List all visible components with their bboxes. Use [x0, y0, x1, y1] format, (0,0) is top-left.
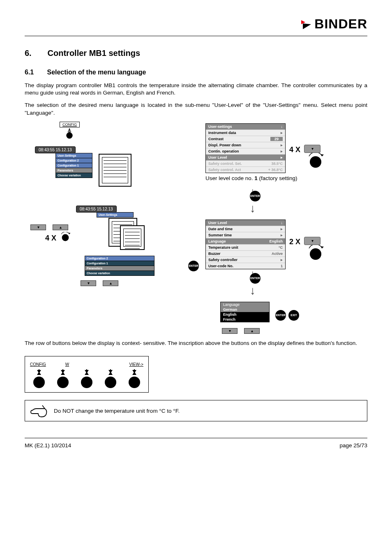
down-icon: ↓	[281, 125, 283, 129]
svg-marker-15	[61, 372, 65, 375]
pointing-hand-icon	[30, 403, 48, 419]
ci-dial-3	[78, 369, 95, 389]
svg-marker-6	[321, 154, 324, 156]
section-number: 6.	[25, 49, 45, 58]
menu1-title: User-settings↓	[206, 124, 285, 130]
paragraph-1: The display program controller MB1 contr…	[25, 82, 367, 97]
svg-point-7	[310, 248, 321, 260]
stack2-user-settings: User-Settings	[97, 212, 134, 217]
up-arrow-btn-3: ▴	[244, 328, 260, 334]
menu3-english: English	[221, 312, 269, 317]
menu3-title: Language	[221, 302, 269, 307]
ci-dial-1	[31, 369, 47, 389]
brand-logo: BINDER	[300, 16, 367, 32]
stack1-choose-var: Choose variation	[55, 173, 92, 178]
header-logo-row: BINDER	[25, 16, 367, 32]
ci-view-label: VIEW->	[129, 362, 143, 367]
enter-round-btn-3: ENTER	[275, 310, 286, 321]
footer-rule	[25, 438, 367, 438]
2x-label: 2 X	[289, 238, 300, 246]
header-rule	[25, 36, 367, 36]
svg-point-3	[62, 234, 69, 241]
ci-config-label: CONFIG	[30, 362, 46, 367]
menu1-row-instrument: Instrument data▸	[206, 130, 285, 136]
svg-point-24	[105, 377, 116, 388]
down-arrow-icon-1b: ↓	[250, 202, 256, 215]
paragraph-3: The row of buttons below the display is …	[25, 340, 367, 347]
menu2-row-safety-ctrl: Safety controller▸	[206, 257, 285, 263]
ci-w-label: W	[65, 362, 69, 367]
footer-left: MK (E2.1) 10/2014	[25, 442, 71, 449]
config-button-label: CONFIG	[60, 122, 80, 127]
4x-label-left: 4 X	[45, 234, 56, 243]
callout-text: Do NOT change the temperature unit from …	[54, 408, 180, 414]
menu2-row-buzzer: BuzzerActive	[206, 250, 285, 257]
screen-graphic-3	[120, 225, 145, 250]
svg-point-28	[129, 377, 140, 388]
section-heading: 6. Controller MB1 settings	[25, 49, 367, 58]
paragraph-2: The selection of the desired menu langua…	[25, 102, 367, 116]
section-title: Controller MB1 settings	[48, 49, 141, 58]
menu3-german: German	[221, 307, 269, 312]
down-arrow-btn-3: ▾	[222, 328, 238, 334]
lcd-time-2: 08:43:55 15.12.13	[76, 206, 117, 213]
menu2-row-temp-unit: Temperature unit°C	[206, 244, 285, 250]
menu1-row-safety-act: Safety control. Act+ 36.8°C	[206, 166, 285, 173]
menu1-row-contrast: Contrast29	[206, 136, 285, 142]
dial-icon-right-1	[307, 153, 325, 171]
menu2-row-language: LanguageEnglish	[206, 238, 285, 244]
svg-marker-4	[68, 233, 71, 234]
exit-round-btn: EXIT	[288, 310, 299, 321]
pill-btn-2: ▾	[304, 237, 321, 245]
enter-round-btn-2: ENTER	[250, 273, 261, 284]
up-arrow-btn: ▴	[53, 224, 68, 230]
menu2-row-usercode: User-code No.1	[206, 263, 285, 269]
ci-dial-4	[102, 369, 119, 389]
svg-marker-19	[85, 372, 89, 375]
svg-marker-23	[108, 372, 113, 375]
menu1-row-userlevel: User Level▸	[206, 154, 285, 160]
menu-stack-3: Configuration 2 Configuration 1 Paramete…	[85, 256, 154, 275]
factory-setting-text: User level code no. 1 (factory setting)	[205, 175, 297, 181]
menu3-french: French	[221, 317, 269, 322]
arrow-buttons-1: ▾ ▴	[30, 224, 68, 230]
svg-point-12	[33, 377, 45, 388]
dial-icon-rotate	[60, 232, 71, 243]
menu2-row-date: Date and time▸	[206, 226, 285, 232]
diagram-area: CONFIG 08:43:55 15.12.13 User-Settings C…	[25, 122, 367, 340]
menu2-title: User Level↓	[206, 220, 285, 226]
menu2-row-summer: Summer time▸	[206, 232, 285, 238]
dial-icon	[64, 127, 75, 139]
down-icon: ↓	[281, 221, 283, 225]
arrow-buttons-3: ▾ ▴	[222, 328, 260, 334]
svg-point-5	[310, 156, 321, 168]
ci-dial-2	[55, 369, 71, 389]
binder-arrow-icon	[300, 18, 312, 30]
4x-label-right: 4 X	[289, 146, 300, 154]
svg-marker-11	[37, 372, 41, 375]
subsection-heading: 6.1 Selection of the menu language	[25, 69, 367, 76]
menu1-row-contin: Contin. operation▸	[206, 148, 285, 154]
down-arrow-icon-2b: ↓	[250, 284, 256, 297]
screen-graphic-1	[99, 154, 131, 187]
footer: MK (E2.1) 10/2014 page 25/73	[25, 442, 367, 449]
svg-marker-27	[132, 372, 136, 375]
context-button-illustration: CONFIG W . . VIEW->	[25, 356, 149, 393]
menu1-row-displ: Displ. Power down▸	[206, 142, 285, 148]
menu-user-settings: User-settings↓ Instrument data▸ Contrast…	[205, 123, 286, 173]
menu1-row-safety-set: Safety control. Set.38.5°C	[206, 160, 285, 166]
dial-icon-right-2	[307, 245, 325, 263]
svg-marker-1	[303, 23, 311, 29]
up-arrow-btn-2: ▴	[103, 280, 118, 286]
brand-text: BINDER	[314, 16, 367, 32]
down-arrow-btn-2: ▾	[81, 280, 96, 286]
enter-round-btn-1: ENTER	[250, 191, 261, 201]
warning-callout: Do NOT change the temperature unit from …	[25, 400, 367, 421]
lcd-time-1: 08:43:55 15.12.13	[35, 146, 76, 153]
down-arrow-btn: ▾	[30, 224, 46, 230]
svg-point-20	[81, 377, 92, 388]
menu-user-level: User Level↓ Date and time▸ Summer time▸ …	[205, 220, 286, 269]
arrow-buttons-2: ▾ ▴	[81, 280, 118, 286]
subsection-number: 6.1	[25, 69, 45, 76]
stack3-choose-var: Choose variation	[85, 271, 154, 276]
